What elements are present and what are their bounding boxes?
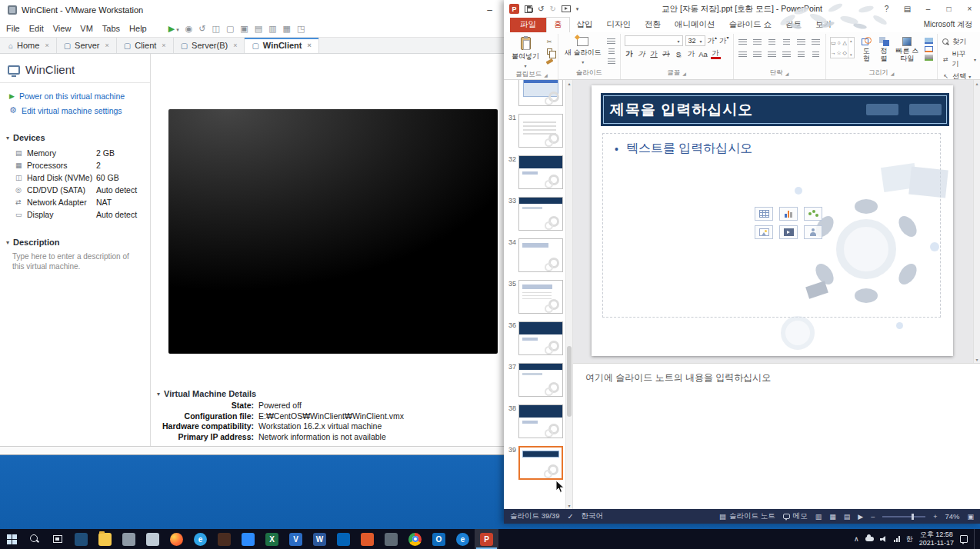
start-button[interactable] <box>0 529 23 549</box>
align-left-button[interactable] <box>738 50 748 59</box>
dialog-launcher-icon[interactable]: ◢ <box>785 71 789 76</box>
section-icon[interactable] <box>607 58 616 65</box>
tab-file[interactable]: 파일 <box>510 18 546 32</box>
shape-gallery-item[interactable]: ◇ <box>842 50 846 56</box>
insert-picture-icon[interactable] <box>755 225 773 239</box>
tab-슬라이드-쇼[interactable]: 슬라이드 쇼 <box>722 18 778 32</box>
zoom-in-button[interactable]: + <box>933 513 937 521</box>
copy-icon[interactable] <box>545 48 554 55</box>
taskbar-app-firefox[interactable] <box>165 529 188 549</box>
menu-edit[interactable]: Edit <box>29 24 44 33</box>
shape-gallery-item[interactable]: → <box>831 50 836 55</box>
tab-디자인[interactable]: 디자인 <box>600 18 638 32</box>
description-section-header[interactable]: ▾ Description <box>0 236 150 248</box>
text-direction-button[interactable] <box>811 38 822 47</box>
tab-애니메이션[interactable]: 애니메이션 <box>668 18 722 32</box>
vmware-tab-client[interactable]: ▢ Client × <box>117 38 174 53</box>
thumbnail-scrollbar[interactable]: ▴ ▾ <box>565 80 572 509</box>
slide-thumbnail[interactable]: 36 <box>505 321 565 355</box>
scroll-down-icon[interactable]: ▾ <box>568 503 570 508</box>
dialog-launcher-icon[interactable]: ◢ <box>544 72 548 78</box>
shape-gallery-item[interactable]: ○ <box>838 40 841 45</box>
show-desktop-button[interactable] <box>974 529 977 549</box>
minimize-button[interactable]: – <box>918 0 938 18</box>
zoom-slider-thumb[interactable] <box>912 514 914 520</box>
vmware-tab-winclient[interactable]: ▢ WinClient × <box>245 38 318 53</box>
taskbar-app-edge[interactable]: e <box>451 529 475 549</box>
font-style-button[interactable]: Aa <box>698 48 708 59</box>
menu-view[interactable]: View <box>53 24 72 33</box>
zoom-slider[interactable] <box>882 516 925 517</box>
volume-icon[interactable] <box>880 536 888 543</box>
slide-thumbnail-image[interactable] <box>518 155 563 189</box>
font-size-adjust-button[interactable]: 가▴ <box>708 36 718 46</box>
shape-outline-icon[interactable] <box>925 46 933 52</box>
taskbar-app-internet-explorer[interactable]: e <box>188 529 212 549</box>
description-placeholder[interactable]: Type here to enter a description of this… <box>0 248 150 271</box>
taskbar-app-notepad[interactable] <box>141 529 165 549</box>
action-center-icon[interactable] <box>960 535 968 543</box>
account-label[interactable]: Microsoft 계정 <box>924 19 972 30</box>
vmware-toolbar-snapshot-manager-icon[interactable]: ◫ <box>212 24 220 34</box>
slide-thumbnail[interactable]: 38 <box>505 404 565 438</box>
search-button[interactable] <box>23 529 46 549</box>
start-slideshow-icon[interactable] <box>562 5 571 12</box>
font-size-adjust-button[interactable]: 가▾ <box>719 36 729 46</box>
device-row[interactable]: ◎ CD/DVD (SATA) Auto detect <box>0 184 150 196</box>
tab-close-icon[interactable]: × <box>105 42 109 49</box>
cut-icon[interactable]: ✂ <box>545 38 554 45</box>
font-style-button[interactable]: 가 <box>625 48 635 59</box>
vmware-tab-server-b-[interactable]: ▢ Server(B) × <box>174 38 245 53</box>
taskbar-app-hancom[interactable] <box>355 529 379 549</box>
slide-thumbnail[interactable]: 33 <box>505 197 565 231</box>
tab-close-icon[interactable]: × <box>162 42 165 49</box>
devices-section-header[interactable]: ▾ Devices <box>0 131 150 144</box>
slide-thumbnail[interactable]: 37 <box>505 363 565 397</box>
reading-view-button[interactable]: ▤ <box>844 513 851 521</box>
slide-thumbnail-image[interactable] <box>518 404 563 438</box>
font-style-button[interactable]: 가 <box>711 49 721 59</box>
align-center-button[interactable] <box>752 50 763 59</box>
taskbar-app-outlook[interactable]: O <box>427 529 451 549</box>
vmware-toolbar-fullscreen-icon[interactable]: ◳ <box>297 24 305 34</box>
taskbar-app-chrome[interactable] <box>403 529 427 549</box>
slide-thumbnail-image[interactable] <box>518 446 563 480</box>
vmware-tab-home[interactable]: ⌂ Home × <box>2 38 57 53</box>
insert-smartart-icon[interactable] <box>804 207 822 221</box>
menu-tabs[interactable]: Tabs <box>102 24 120 33</box>
shape-effects-icon[interactable] <box>925 55 933 61</box>
save-icon[interactable] <box>525 5 532 13</box>
columns-button[interactable] <box>796 50 807 59</box>
align-right-button[interactable] <box>767 50 778 59</box>
taskbar-app-settings[interactable] <box>117 529 141 549</box>
slide-thumbnail[interactable]: 39 <box>505 446 565 480</box>
shape-gallery-item[interactable]: ▭ <box>831 40 836 46</box>
zoom-level[interactable]: 74% <box>945 512 959 521</box>
slide-thumbnail-image[interactable] <box>518 80 563 106</box>
ime-indicator[interactable]: 한 <box>906 534 913 544</box>
scroll-up-icon[interactable]: ▴ <box>568 81 570 86</box>
vm-console-preview[interactable] <box>168 109 498 354</box>
close-button[interactable]: × <box>959 0 980 18</box>
onedrive-icon[interactable] <box>865 537 874 541</box>
shape-gallery-item[interactable]: ☆ <box>837 50 842 56</box>
insert-video-icon[interactable] <box>779 225 798 239</box>
format-painter-icon[interactable] <box>545 58 554 65</box>
paste-button[interactable]: 붙여넣기 ▾ <box>509 35 542 70</box>
font-style-button[interactable]: 가 <box>662 48 672 59</box>
slide-thumbnail-image[interactable] <box>518 363 563 397</box>
taskbar-app-onedrive[interactable] <box>332 529 355 549</box>
vmware-toolbar-thumbnail-bar-toggle-icon[interactable]: ▤ <box>255 24 262 34</box>
slide[interactable]: 제목을 입력하십시오 • 텍스트를 입력하십시오 <box>592 85 953 356</box>
editing-button-select[interactable]: ↖ 선택 ▾ <box>942 72 976 80</box>
taskbar-app-mail[interactable] <box>69 529 93 549</box>
slide-sorter-view-button[interactable]: ▦ <box>829 513 836 521</box>
numbering-button[interactable] <box>752 38 763 47</box>
device-row[interactable]: ▦ Processors 2 <box>0 159 150 171</box>
slide-thumbnail[interactable]: 31 <box>505 114 565 148</box>
taskbar-app-word[interactable]: W <box>308 529 332 549</box>
tab-close-icon[interactable]: × <box>233 42 237 49</box>
maximize-button[interactable]: □ <box>938 0 959 18</box>
network-icon[interactable] <box>894 536 900 542</box>
spellcheck-icon[interactable]: ✓ <box>567 512 573 521</box>
